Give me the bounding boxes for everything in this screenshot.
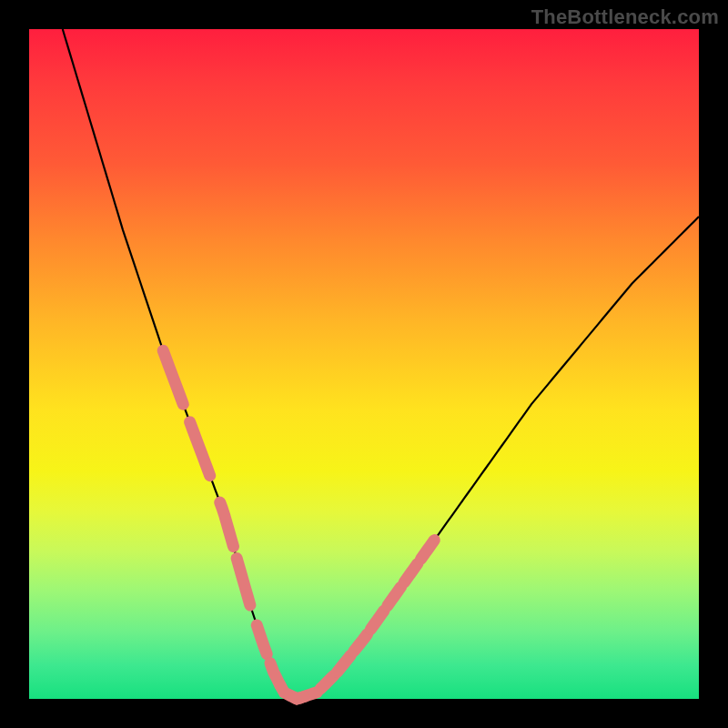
dash-segment	[404, 563, 418, 582]
dash-segment	[354, 634, 368, 652]
watermark-text: TheBottleneck.com	[531, 5, 719, 29]
plot-area	[29, 29, 699, 699]
bottleneck-curve	[63, 29, 699, 699]
dash-segment	[257, 625, 267, 654]
dash-segment	[421, 541, 435, 560]
dash-segment	[370, 611, 384, 630]
dash-segment	[163, 350, 183, 404]
dash-segment	[190, 422, 210, 476]
dash-segment	[220, 502, 234, 546]
dash-segment	[338, 655, 351, 672]
curve-group	[63, 29, 699, 699]
dash-segment	[320, 675, 334, 689]
curve-svg	[29, 29, 699, 699]
dash-segment-bottom	[280, 685, 304, 698]
dash-segment	[237, 558, 250, 605]
dash-segment	[388, 587, 401, 606]
chart-container: TheBottleneck.com	[0, 0, 728, 728]
dash-group	[163, 350, 434, 699]
